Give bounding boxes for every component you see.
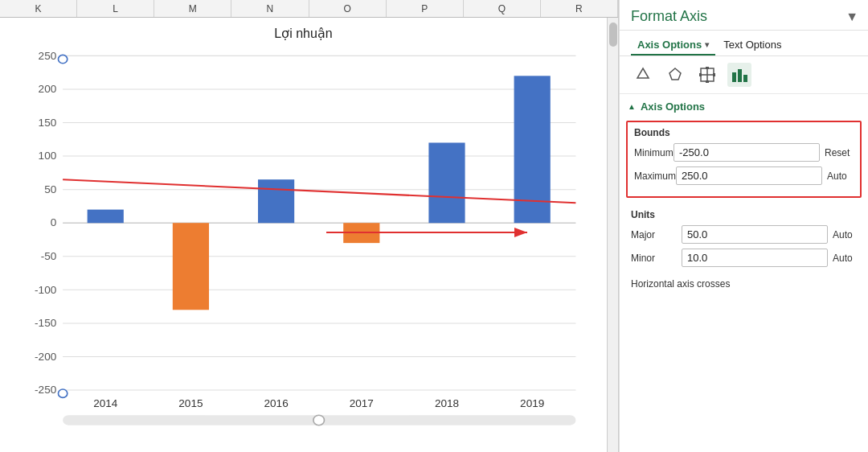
minor-auto-button[interactable]: Auto [833, 253, 862, 264]
minor-row: Minor Auto [631, 249, 862, 267]
scroll-thumb[interactable] [609, 23, 617, 47]
major-label: Major [631, 229, 682, 240]
chart-inner: 250 200 150 100 50 0 -50 -100 -150 -200 … [13, 47, 594, 432]
format-panel: Format Axis ▼ Axis Options ▾ Text Option… [619, 0, 868, 452]
svg-point-36 [58, 389, 67, 397]
size-properties-icon [698, 66, 716, 84]
svg-rect-49 [699, 73, 702, 76]
chart-title: Lợi nhuận [13, 26, 594, 41]
svg-point-35 [58, 55, 67, 63]
svg-rect-48 [706, 80, 709, 83]
svg-text:150: 150 [39, 117, 57, 128]
panel-tabs: Axis Options ▾ Text Options [620, 31, 868, 56]
svg-line-34 [63, 179, 575, 203]
minimum-input[interactable] [674, 143, 820, 162]
svg-text:2015: 2015 [178, 397, 203, 409]
svg-rect-47 [706, 67, 709, 69]
units-label: Units [631, 209, 862, 220]
chart-svg: 250 200 150 100 50 0 -50 -100 -150 -200 … [13, 47, 594, 432]
svg-text:-50: -50 [41, 250, 57, 261]
minimum-row: Minimum Reset [634, 143, 854, 162]
axis-options-section-header[interactable]: ▲ Axis Options [620, 94, 868, 117]
maximum-label: Maximum [634, 171, 676, 182]
maximum-row: Maximum Auto [634, 166, 854, 185]
svg-rect-51 [732, 72, 736, 82]
axis-options-caret: ▾ [705, 40, 709, 49]
svg-text:50: 50 [44, 183, 56, 195]
minimum-label: Minimum [634, 147, 674, 158]
col-header-m: M [154, 0, 231, 17]
horizontal-axis-crosses-label: Horizontal axis crosses [620, 275, 868, 293]
axis-options-button[interactable] [727, 63, 751, 87]
col-header-q: Q [464, 0, 541, 17]
panel-title: Format Axis [631, 8, 707, 25]
col-headers: KLMNOPQR [0, 0, 618, 18]
panel-icons [620, 56, 868, 94]
svg-marker-43 [669, 68, 681, 80]
col-header-o: O [309, 0, 387, 17]
svg-text:-100: -100 [35, 284, 56, 295]
panel-body: ▲ Axis Options Bounds Minimum Reset Maxi… [620, 94, 868, 452]
svg-rect-30 [428, 142, 465, 223]
major-auto-button[interactable]: Auto [833, 229, 862, 240]
svg-text:250: 250 [39, 50, 57, 61]
col-header-k: K [0, 0, 77, 17]
minor-label: Minor [631, 253, 682, 264]
svg-text:-200: -200 [35, 351, 56, 362]
svg-text:200: 200 [39, 84, 57, 95]
svg-rect-52 [738, 69, 742, 82]
maximum-auto-button[interactable]: Auto [827, 171, 856, 182]
minimum-reset-button[interactable]: Reset [825, 147, 854, 158]
fill-effects-button[interactable] [631, 63, 655, 87]
size-properties-button[interactable] [695, 63, 719, 87]
minor-input[interactable] [682, 249, 828, 267]
col-header-p: P [387, 0, 464, 17]
major-row: Major Auto [631, 225, 862, 244]
tab-text-options[interactable]: Text Options [717, 35, 788, 55]
svg-rect-26 [258, 179, 294, 223]
bounds-box: Bounds Minimum Reset Maximum Auto [626, 121, 862, 198]
axis-options-section-label: Axis Options [641, 101, 705, 113]
fill-effects-icon [635, 67, 651, 83]
svg-rect-22 [88, 210, 124, 224]
chart-container: Lợi nhuận [0, 18, 607, 452]
svg-text:2014: 2014 [93, 397, 117, 409]
major-input[interactable] [682, 225, 828, 244]
units-section: Units Major Auto Minor Auto [620, 204, 868, 275]
svg-text:100: 100 [39, 150, 57, 162]
panel-close-button[interactable]: ▼ [845, 10, 858, 24]
maximum-input[interactable] [676, 166, 822, 185]
sheet-area: KLMNOPQR Lợi nhuận [0, 0, 619, 452]
svg-text:0: 0 [51, 217, 57, 228]
svg-text:2016: 2016 [264, 397, 289, 409]
svg-text:-150: -150 [35, 318, 56, 329]
svg-text:-250: -250 [35, 384, 56, 396]
col-header-r: R [541, 0, 618, 17]
col-header-l: L [77, 0, 154, 17]
vertical-scrollbar[interactable] [607, 18, 618, 452]
svg-rect-50 [713, 73, 715, 76]
effects-button[interactable] [663, 63, 687, 87]
svg-text:2018: 2018 [435, 397, 459, 409]
svg-rect-53 [743, 75, 747, 82]
svg-rect-28 [343, 223, 379, 243]
section-collapse-icon: ▲ [628, 102, 636, 111]
svg-text:2017: 2017 [350, 397, 374, 409]
svg-text:2019: 2019 [520, 397, 544, 409]
effects-icon [667, 67, 683, 83]
bounds-label: Bounds [634, 127, 854, 138]
bar-chart-icon [731, 66, 748, 84]
tab-axis-options[interactable]: Axis Options ▾ [631, 35, 715, 55]
svg-point-38 [313, 415, 325, 425]
svg-rect-24 [173, 223, 209, 310]
panel-header: Format Axis ▼ [620, 0, 868, 31]
col-header-n: N [231, 0, 309, 17]
